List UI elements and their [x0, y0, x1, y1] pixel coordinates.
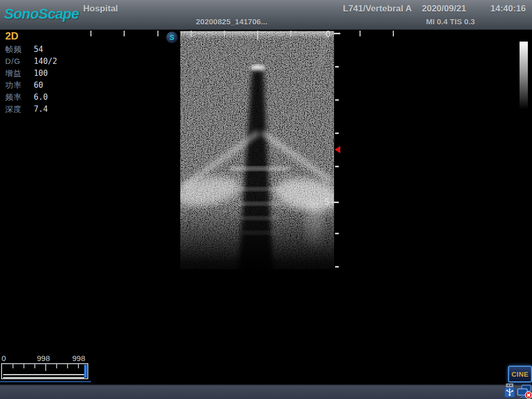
top-bar: SonoScape Hospital L741/Vertebral A 2020…	[0, 0, 532, 30]
cine-position-marker[interactable]	[84, 365, 87, 378]
cine-tick	[78, 364, 79, 368]
depth-tick	[335, 132, 339, 134]
hospital-name: Hospital	[83, 4, 118, 14]
ruler-tick	[90, 31, 91, 36]
param-label: D/G	[5, 57, 21, 65]
exam-time: 14:40:16	[490, 4, 526, 14]
ruler-tick	[360, 31, 361, 36]
probe-preset: L741/Vertebral A	[343, 4, 412, 14]
probe-orientation-marker: S	[166, 32, 178, 43]
cine-progress-bar[interactable]	[1, 363, 88, 379]
param-row-frequency: 频率 6.0	[5, 92, 22, 104]
depth-tick	[335, 166, 339, 167]
param-row-framerate: 帧频 54	[5, 45, 22, 57]
depth-tick	[335, 66, 339, 68]
param-label: 帧频	[5, 45, 22, 54]
ruler-tick	[393, 31, 394, 36]
depth-tick	[334, 33, 340, 34]
param-label: 功率	[5, 81, 22, 89]
exam-date: 2020/09/21	[422, 4, 466, 14]
file-name: 20200825_141706...	[196, 17, 268, 26]
param-label: 增益	[5, 69, 22, 77]
ruler-tick	[224, 31, 225, 36]
cine-tick	[23, 364, 24, 368]
param-label: 频率	[5, 92, 22, 101]
param-label: 深度	[5, 104, 22, 113]
grayscale-bar	[520, 42, 528, 109]
param-row-power: 功率 60	[5, 81, 22, 92]
cine-bar-highlight	[0, 381, 91, 382]
cine-tick	[34, 364, 35, 368]
param-value: 6.0	[34, 92, 48, 102]
cine-center-tick	[45, 364, 46, 371]
cine-button[interactable]: CINE	[508, 366, 532, 382]
ruler-center-tick	[257, 31, 258, 39]
usb-icon[interactable]	[503, 383, 516, 399]
depth-tick	[335, 266, 339, 268]
cine-tick	[12, 364, 14, 368]
mode-label: 2D	[5, 30, 19, 42]
depth-label-mid: 5	[325, 197, 329, 207]
cine-tick	[56, 364, 57, 368]
depth-label-top: 0	[326, 30, 330, 39]
network-disconnected-icon[interactable]	[517, 384, 532, 399]
focus-marker[interactable]	[335, 146, 340, 153]
param-row-depth: 深度 7.4	[5, 104, 22, 116]
cine-current-label: 998	[37, 354, 50, 363]
ruler-tick	[124, 31, 125, 36]
ruler-tick	[290, 31, 291, 36]
cine-button-label: CINE	[511, 370, 528, 378]
ultrasound-machine-screen: SonoScape Hospital L741/Vertebral A 2020…	[0, 0, 532, 399]
param-value: 7.4	[34, 104, 48, 114]
ruler-tick	[191, 31, 192, 36]
ruler-tick	[157, 31, 158, 36]
cine-tick	[67, 364, 68, 368]
param-value: 140/2	[34, 57, 57, 66]
taskbar	[0, 384, 532, 399]
cine-total-label: 998	[72, 354, 85, 363]
depth-tick	[332, 202, 339, 203]
depth-tick	[335, 99, 339, 101]
param-value: 54	[34, 45, 43, 54]
probe-marker-letter: S	[169, 33, 174, 42]
ultrasound-image[interactable]	[180, 31, 334, 281]
param-value: 100	[34, 69, 48, 78]
sonoscape-logo: SonoScape	[4, 6, 78, 22]
depth-tick	[335, 233, 339, 234]
param-row-gain: 增益 100	[5, 69, 22, 81]
cine-slider-track[interactable]	[3, 374, 84, 378]
param-row-dg: D/G 140/2	[5, 57, 21, 69]
cine-start-label: 0	[2, 354, 6, 363]
mi-tis-readout: MI 0.4 TIS 0.3	[426, 17, 475, 26]
param-value: 60	[34, 81, 43, 90]
